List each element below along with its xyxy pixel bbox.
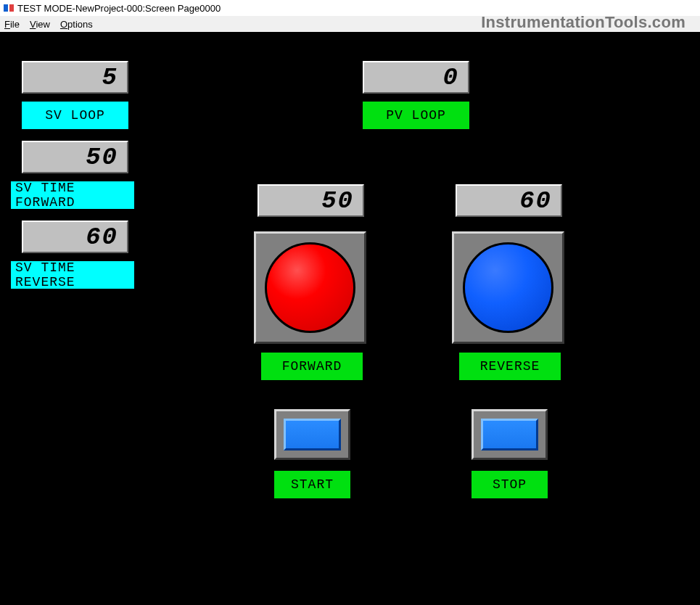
stop-button[interactable] [472,409,548,460]
menu-file[interactable]: File [4,19,20,30]
reverse-lamp-indicator [463,242,553,333]
svg-rect-0 [4,4,8,12]
forward-value-display[interactable]: 50 [258,184,364,217]
app-icon [3,2,15,14]
pv-loop-label: PV LOOP [363,102,469,129]
menu-options[interactable]: Options [60,19,93,30]
reverse-lamp[interactable] [452,231,564,344]
window-title: TEST MODE-NewProject-000:Screen Page0000 [17,3,221,14]
forward-label: FORWARD [261,353,363,380]
app-window: TEST MODE-NewProject-000:Screen Page0000… [0,0,700,605]
sv-time-reverse-display[interactable]: 60 [22,221,128,253]
reverse-label: REVERSE [459,353,561,380]
pv-loop-display[interactable]: 0 [363,61,469,94]
sv-loop-display[interactable]: 5 [22,61,128,94]
reverse-value-display[interactable]: 60 [456,184,562,217]
forward-lamp[interactable] [254,231,366,344]
start-label: START [274,471,350,498]
forward-lamp-indicator [265,242,355,333]
watermark-text: InstrumentationTools.com [481,13,685,32]
sv-time-forward-display[interactable]: 50 [22,141,128,173]
menu-view[interactable]: View [30,19,50,30]
sv-time-reverse-label: SV TIME REVERSE [11,261,134,289]
stop-label: STOP [472,471,548,498]
start-button[interactable] [274,409,350,460]
sv-loop-label: SV LOOP [22,102,128,129]
stop-button-face [481,419,538,451]
hmi-canvas: 5 SV LOOP 50 SV TIME FORWARD 60 SV TIME … [0,32,700,605]
start-button-face [284,419,341,451]
sv-time-forward-label: SV TIME FORWARD [11,181,134,209]
svg-rect-1 [9,4,14,12]
